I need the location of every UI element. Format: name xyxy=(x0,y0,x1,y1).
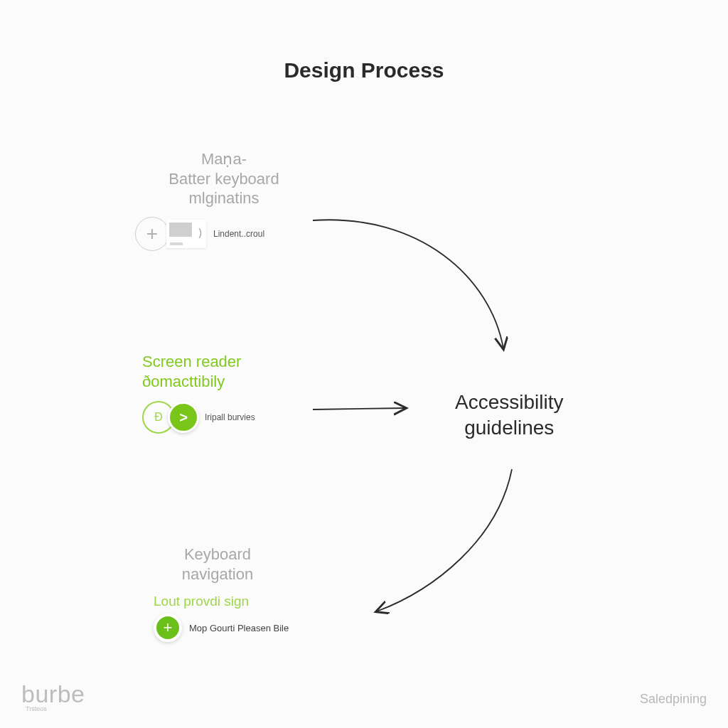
node1-label: Maṇa- Βatter keyboard mlginatins xyxy=(128,149,320,208)
add-icon: + xyxy=(154,614,182,642)
node1-line2: Βatter keyboard xyxy=(168,170,279,188)
footer-right: Saledpining xyxy=(640,692,707,707)
node-keyboard-batter: Maṇa- Βatter keyboard mlginatins + ) Lin… xyxy=(135,149,320,251)
play-icon: > xyxy=(168,402,199,433)
brand-name: burbe xyxy=(21,680,85,708)
node2-tag: Iripall burvies xyxy=(205,412,255,422)
node-screen-reader: Screen reader ðomacttibily Ð > Iripall b… xyxy=(142,352,327,434)
node2-label: Screen reader ðomacttibily xyxy=(142,352,327,391)
node1-tag: Lindent..croul xyxy=(213,229,264,239)
target-accessibility-guidelines: Accessibility guidelines xyxy=(455,390,563,441)
arrow-top xyxy=(313,220,503,348)
target-line2: guidelines xyxy=(464,417,554,439)
plus-icon: + xyxy=(135,217,169,251)
node3-label: Keyboard navigation xyxy=(154,545,282,584)
footer-brand: burbe Trsteos xyxy=(21,680,85,712)
page-title: Design Process xyxy=(0,58,728,82)
target-line1: Accessibility xyxy=(455,391,563,413)
node3-line1: Keyboard xyxy=(184,545,251,563)
node1-line3: mlginatins xyxy=(188,189,259,207)
node3-desc: Mop Gourti Pleasen Bile xyxy=(189,623,289,633)
node3-subtitle: Lout provdi sign xyxy=(154,594,367,609)
node2-line1: Screen reader xyxy=(142,353,241,370)
card-icon: ) xyxy=(166,220,206,248)
node3-line2: navigation xyxy=(182,565,253,583)
node2-line2: ðomacttibily xyxy=(142,373,225,390)
node1-line1: Maṇa- xyxy=(201,150,247,168)
ring-glyph: Ð xyxy=(154,411,163,424)
arrow-bottom xyxy=(377,469,512,611)
sound-icon: ) xyxy=(198,227,202,238)
node-keyboard-navigation: Keyboard navigation Lout provdi sign + M… xyxy=(154,545,367,642)
